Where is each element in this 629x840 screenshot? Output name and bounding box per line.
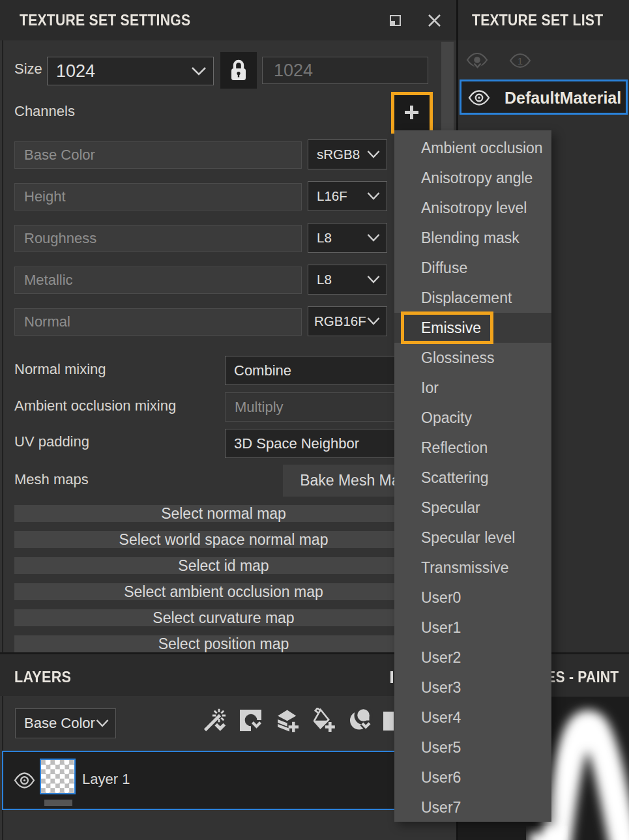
svg-text:1: 1 xyxy=(518,55,523,66)
